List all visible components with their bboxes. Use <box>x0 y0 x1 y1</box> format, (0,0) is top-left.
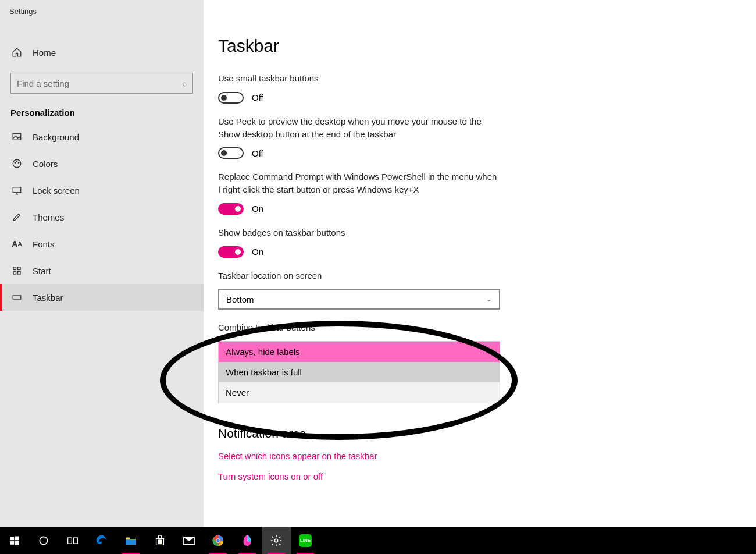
cortana-button[interactable] <box>29 527 58 554</box>
svg-rect-5 <box>13 187 21 193</box>
toggle-small-buttons[interactable] <box>218 92 244 104</box>
dropdown-item-whenfull[interactable]: When taskbar is full <box>219 362 500 382</box>
svg-rect-14 <box>15 541 19 545</box>
dropdown-combine-open[interactable]: Always, hide labels When taskbar is full… <box>218 341 500 403</box>
monitor-icon <box>10 184 23 197</box>
dropdown-item-never[interactable]: Never <box>219 382 500 403</box>
sidebar-label: Background <box>33 132 79 142</box>
page-title: Taskbar <box>218 36 730 56</box>
dropdown-location[interactable]: Bottom ⌄ <box>218 289 500 310</box>
taskbar-icon <box>10 291 23 304</box>
dropdown-item-always[interactable]: Always, hide labels <box>219 342 500 362</box>
chevron-down-icon: ⌄ <box>486 295 492 303</box>
search-input[interactable] <box>17 79 182 88</box>
start-button[interactable] <box>0 527 29 554</box>
setting-label-powershell: Replace Command Prompt with Windows Powe… <box>218 171 497 196</box>
font-icon: AA <box>10 237 23 250</box>
dropdown-location-value: Bottom <box>226 294 254 304</box>
toggle-badges[interactable] <box>218 246 244 258</box>
paint-icon[interactable] <box>233 527 262 554</box>
svg-rect-11 <box>10 537 15 540</box>
search-wrap: ⌕ <box>0 66 204 97</box>
file-explorer-icon[interactable] <box>116 527 145 554</box>
app-title: Settings <box>0 0 204 23</box>
sidebar-item-fonts[interactable]: AA Fonts <box>0 230 204 257</box>
windows-taskbar: LINE <box>0 527 756 554</box>
setting-label-badges: Show badges on taskbar buttons <box>218 226 497 239</box>
toggle-state: On <box>252 204 263 214</box>
sidebar-item-themes[interactable]: Themes <box>0 204 204 230</box>
mail-icon[interactable] <box>174 527 204 554</box>
sidebar-item-background[interactable]: Background <box>0 123 204 150</box>
search-box[interactable]: ⌕ <box>10 73 193 94</box>
svg-point-4 <box>18 162 19 164</box>
settings-icon[interactable] <box>262 527 291 554</box>
svg-rect-6 <box>13 267 16 270</box>
toggle-state: On <box>252 247 263 257</box>
toggle-state: Off <box>252 148 263 158</box>
svg-point-25 <box>216 539 220 542</box>
task-view-button[interactable] <box>58 527 87 554</box>
svg-rect-12 <box>15 536 19 540</box>
sidebar-item-colors[interactable]: Colors <box>0 150 204 177</box>
home-icon <box>10 46 23 59</box>
pen-icon <box>10 211 23 223</box>
sidebar-label: Colors <box>33 159 58 169</box>
toggle-peek[interactable] <box>218 147 244 159</box>
sidebar-label: Themes <box>33 212 64 222</box>
sidebar-item-lockscreen[interactable]: Lock screen <box>0 177 204 204</box>
setting-label-small-buttons: Use small taskbar buttons <box>218 72 497 85</box>
setting-label-location: Taskbar location on screen <box>218 269 497 282</box>
svg-point-15 <box>40 537 47 544</box>
svg-rect-8 <box>13 272 16 275</box>
link-system-icons[interactable]: Turn system icons on or off <box>218 471 730 481</box>
nav-home[interactable]: Home <box>0 39 204 66</box>
store-icon[interactable] <box>145 527 174 554</box>
sidebar: Settings Home ⌕ Personalization Backgrou… <box>0 0 204 527</box>
nav-home-label: Home <box>33 48 56 58</box>
setting-label-combine: Combine taskbar buttons <box>218 321 497 334</box>
svg-rect-20 <box>158 542 159 543</box>
svg-rect-18 <box>158 540 159 541</box>
sidebar-item-taskbar[interactable]: Taskbar <box>0 284 204 311</box>
sidebar-category: Personalization <box>0 97 204 123</box>
section-notification-title: Notification area <box>218 427 730 441</box>
sidebar-label: Fonts <box>33 239 55 249</box>
sidebar-label: Taskbar <box>33 293 63 303</box>
svg-rect-16 <box>68 538 72 544</box>
svg-rect-21 <box>160 542 161 543</box>
edge-icon[interactable] <box>87 527 116 554</box>
picture-icon <box>10 130 23 143</box>
toggle-powershell[interactable] <box>218 203 244 215</box>
svg-rect-17 <box>74 538 78 544</box>
link-select-icons[interactable]: Select which icons appear on the taskbar <box>218 451 730 461</box>
svg-rect-7 <box>18 267 21 270</box>
search-icon: ⌕ <box>182 79 187 88</box>
svg-point-2 <box>15 162 16 164</box>
sidebar-label: Lock screen <box>33 186 80 196</box>
sidebar-label: Start <box>33 266 51 276</box>
line-icon[interactable]: LINE <box>291 527 320 554</box>
svg-rect-9 <box>18 272 21 275</box>
setting-label-peek: Use Peek to preview the desktop when you… <box>218 115 497 141</box>
svg-rect-10 <box>13 296 21 299</box>
palette-icon <box>10 157 23 170</box>
svg-rect-19 <box>160 540 161 541</box>
svg-point-3 <box>16 161 17 162</box>
sidebar-item-start[interactable]: Start <box>0 257 204 284</box>
svg-point-26 <box>274 539 278 542</box>
toggle-state: Off <box>252 93 263 102</box>
chrome-icon[interactable] <box>204 527 233 554</box>
grid-icon <box>10 264 23 277</box>
svg-rect-13 <box>10 541 15 544</box>
main-content: Taskbar Use small taskbar buttons Off Us… <box>218 36 730 492</box>
